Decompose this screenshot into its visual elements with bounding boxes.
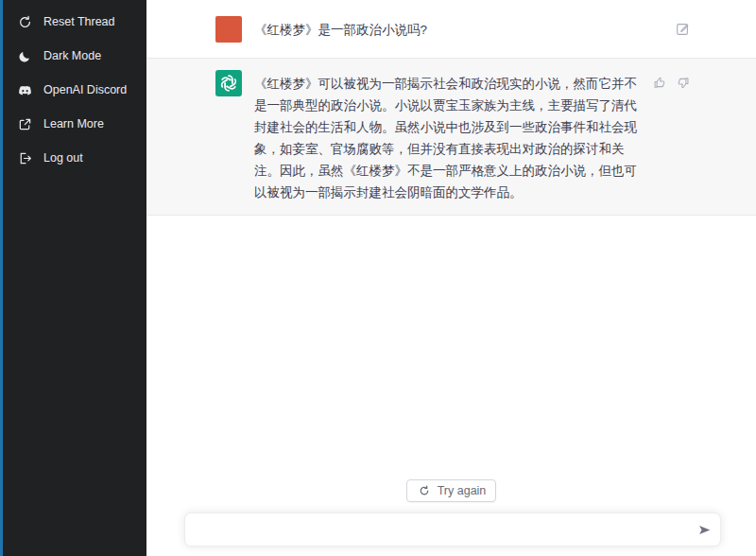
sidebar-item-dark-mode[interactable]: Dark Mode bbox=[3, 39, 146, 73]
edit-icon[interactable] bbox=[675, 21, 690, 36]
chat-input[interactable] bbox=[185, 513, 688, 546]
try-again-wrapper: Try again bbox=[146, 479, 756, 502]
sidebar-item-label: Dark Mode bbox=[43, 49, 101, 62]
sidebar-item-log-out[interactable]: Log out bbox=[3, 141, 146, 175]
thumbs-down-icon[interactable] bbox=[675, 75, 690, 90]
message-composer bbox=[184, 513, 721, 547]
chat-main: 《红楼梦》是一部政治小说吗? 《红楼梦》可以被视为一部揭示社会和政治现实的小说，… bbox=[146, 0, 756, 556]
assistant-message-text: 《红楼梦》可以被视为一部揭示社会和政治现实的小说，然而它并不是一部典型的政治小说… bbox=[254, 70, 649, 203]
message-row-assistant: 《红楼梦》可以被视为一部揭示社会和政治现实的小说，然而它并不是一部典型的政治小说… bbox=[146, 58, 756, 216]
send-arrow-icon[interactable] bbox=[688, 513, 720, 546]
user-message-actions bbox=[675, 16, 690, 36]
try-again-label: Try again bbox=[438, 484, 487, 497]
sidebar-item-label: Log out bbox=[43, 151, 83, 165]
sidebar-item-label: Reset Thread bbox=[43, 15, 115, 28]
sidebar-item-label: OpenAI Discord bbox=[43, 83, 127, 96]
chat-empty-space bbox=[146, 216, 756, 479]
user-message-text: 《红楼梦》是一部政治小说吗? bbox=[254, 16, 649, 41]
logout-icon bbox=[17, 150, 32, 165]
sidebar-item-learn-more[interactable]: Learn More bbox=[3, 107, 146, 141]
reset-icon bbox=[17, 14, 32, 29]
retry-icon bbox=[417, 485, 432, 496]
message-row-user: 《红楼梦》是一部政治小说吗? bbox=[146, 0, 756, 58]
sidebar-item-reset-thread[interactable]: Reset Thread bbox=[3, 5, 146, 39]
sidebar-item-openai-discord[interactable]: OpenAI Discord bbox=[3, 73, 146, 107]
moon-icon bbox=[17, 48, 32, 63]
discord-icon bbox=[17, 82, 32, 97]
sidebar: Reset Thread Dark Mode OpenAI Discord Le… bbox=[0, 0, 146, 556]
external-link-icon bbox=[17, 116, 32, 131]
sidebar-item-label: Learn More bbox=[43, 117, 104, 130]
app-window: Reset Thread Dark Mode OpenAI Discord Le… bbox=[0, 0, 756, 556]
assistant-avatar-openai-logo bbox=[215, 70, 242, 96]
thumbs-up-icon[interactable] bbox=[652, 75, 667, 90]
user-avatar bbox=[215, 16, 242, 43]
assistant-message-actions bbox=[652, 70, 690, 90]
try-again-button[interactable]: Try again bbox=[406, 479, 497, 502]
